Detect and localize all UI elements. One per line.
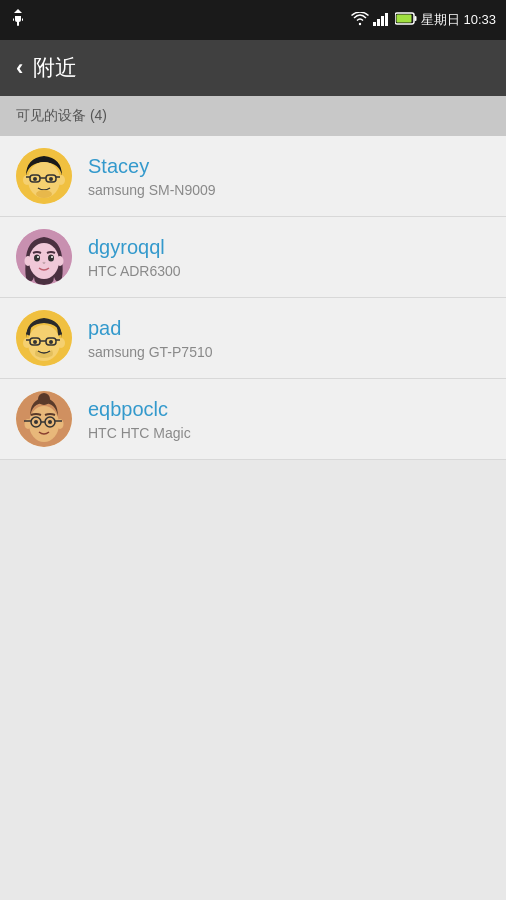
svg-point-22 [34, 255, 40, 262]
section-header-text: 可见的设备 (4) [16, 107, 107, 125]
avatar [16, 148, 72, 204]
list-item[interactable]: dgyroqql HTC ADR6300 [0, 217, 506, 298]
list-item[interactable]: Stacey samsung SM-N9009 [0, 136, 506, 217]
wifi-icon [351, 12, 369, 29]
svg-point-26 [25, 256, 32, 266]
empty-area [0, 460, 506, 900]
battery-icon [395, 12, 417, 28]
status-right-icons: 星期日 10:33 [351, 11, 496, 29]
svg-point-27 [57, 256, 64, 266]
device-name: pad [88, 317, 213, 340]
section-header: 可见的设备 (4) [0, 96, 506, 136]
device-model: HTC ADR6300 [88, 263, 181, 279]
device-model: samsung GT-P7510 [88, 344, 213, 360]
device-info: Stacey samsung SM-N9009 [88, 155, 216, 198]
svg-point-23 [48, 255, 54, 262]
device-info: pad samsung GT-P7510 [88, 317, 213, 360]
device-name: dgyroqql [88, 236, 181, 259]
avatar [16, 229, 72, 285]
svg-point-38 [49, 340, 53, 344]
svg-point-50 [48, 420, 52, 424]
avatar [16, 391, 72, 447]
device-info: dgyroqql HTC ADR6300 [88, 236, 181, 279]
back-button[interactable]: ‹ [16, 55, 23, 81]
device-model: samsung SM-N9009 [88, 182, 216, 198]
list-item[interactable]: pad samsung GT-P7510 [0, 298, 506, 379]
svg-rect-6 [414, 16, 416, 21]
status-left-icons [10, 9, 26, 31]
svg-point-37 [33, 340, 37, 344]
list-item[interactable]: eqbpoclc HTC HTC Magic [0, 379, 506, 460]
svg-point-24 [37, 256, 39, 258]
device-info: eqbpoclc HTC HTC Magic [88, 398, 191, 441]
svg-point-0 [359, 22, 361, 24]
avatar [16, 310, 72, 366]
usb-icon [10, 9, 26, 31]
signal-icon [373, 12, 391, 29]
svg-point-17 [33, 177, 37, 181]
datetime: 星期日 10:33 [421, 11, 496, 29]
title-bar: ‹ 附近 [0, 40, 506, 96]
svg-rect-4 [385, 13, 388, 26]
svg-point-25 [51, 256, 53, 258]
svg-rect-7 [396, 15, 411, 23]
svg-rect-1 [373, 22, 376, 26]
svg-point-21 [29, 243, 59, 279]
device-name: Stacey [88, 155, 216, 178]
svg-point-49 [34, 420, 38, 424]
device-model: HTC HTC Magic [88, 425, 191, 441]
device-name: eqbpoclc [88, 398, 191, 421]
device-list: Stacey samsung SM-N9009 [0, 136, 506, 460]
page-title: 附近 [33, 53, 77, 83]
svg-rect-3 [381, 16, 384, 26]
svg-point-40 [38, 393, 50, 405]
svg-point-19 [36, 190, 52, 198]
svg-rect-2 [377, 19, 380, 26]
svg-point-18 [49, 177, 53, 181]
status-bar: 星期日 10:33 [0, 0, 506, 40]
